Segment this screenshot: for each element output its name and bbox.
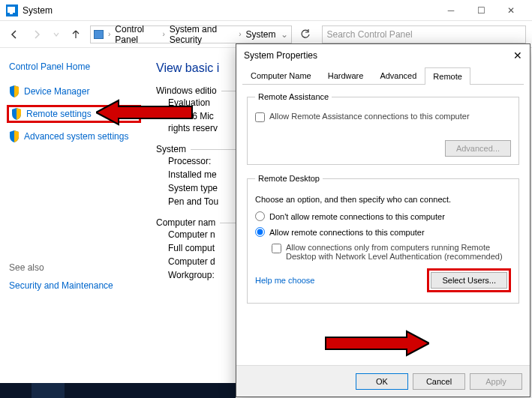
tab-hardware[interactable]: Hardware [320,67,372,84]
address-bar[interactable]: › Control Panel › System and Security › … [90,25,292,43]
apply-button[interactable]: Apply [470,373,522,390]
sidebar-item-label: Device Manager [24,86,89,97]
computer-icon [94,30,104,39]
svg-rect-0 [8,7,15,13]
disallow-remote-radio[interactable] [255,211,265,221]
remote-assistance-group: Remote Assistance Allow Remote Assistanc… [247,92,519,165]
taskbar-segment [32,383,65,398]
nla-checkbox[interactable] [272,244,281,253]
radio-label: Allow remote connections to this compute… [269,228,425,237]
refresh-button[interactable] [298,27,313,42]
see-also-header: See also [9,262,141,273]
checkbox-label: Allow Remote Assistance connections to t… [269,112,470,121]
address-dropdown[interactable]: ⌄ [281,29,288,40]
taskbar-strip [0,383,236,398]
breadcrumb-item[interactable]: System and Security [170,24,234,45]
help-me-choose-link[interactable]: Help me choose [255,276,315,285]
group-label: System [156,144,191,154]
shield-icon [9,130,20,142]
dialog-titlebar: System Properties ✕ [236,44,530,67]
radio-label: Don't allow remote connections to this c… [269,212,445,221]
control-panel-home-link[interactable]: Control Panel Home [9,61,141,72]
tab-computer-name[interactable]: Computer Name [242,67,320,84]
dialog-title: System Properties [244,50,317,61]
allow-remote-assistance-checkbox[interactable] [255,112,265,122]
shield-icon [11,108,22,120]
group-legend: Remote Assistance [255,92,332,101]
tab-advanced[interactable]: Advanced [371,67,425,84]
chevron-right-icon: › [239,30,241,38]
ok-button[interactable]: OK [356,373,408,390]
breadcrumb-item[interactable]: Control Panel [115,24,158,45]
maximize-button[interactable]: ☐ [466,1,496,19]
group-label: Computer nam [156,217,220,228]
dialog-tabs: Computer Name Hardware Advanced Remote [242,67,524,85]
annotation-arrow-left [96,99,194,126]
remote-desktop-group: Remote Desktop Choose an option, and the… [247,174,519,304]
svg-rect-1 [10,13,13,14]
sidebar-item-advanced-settings[interactable]: Advanced system settings [9,130,141,142]
dialog-close-button[interactable]: ✕ [513,49,522,61]
chevron-right-icon: › [108,30,110,38]
group-legend: Remote Desktop [255,174,323,183]
sidebar-item-device-manager[interactable]: Device Manager [9,85,141,97]
annotation-arrow-right [324,330,429,357]
minimize-button[interactable]: ─ [436,1,466,19]
select-users-button[interactable]: Select Users... [431,272,507,289]
sidebar-item-label: Remote settings [26,109,92,119]
window-title: System [23,5,53,16]
dialog-button-row: OK Cancel Apply [236,365,530,397]
back-button[interactable] [6,26,23,43]
up-button[interactable] [68,26,84,43]
close-window-button[interactable]: ✕ [496,1,526,19]
recent-dropdown[interactable] [51,26,62,43]
checkbox-label: Allow connections only from computers ru… [286,243,511,261]
window-titlebar: System ─ ☐ ✕ [0,0,532,21]
forward-button[interactable] [29,26,45,43]
search-input[interactable]: Search Control Panel [322,25,527,43]
svg-marker-2 [96,100,192,124]
shield-icon [9,85,20,97]
search-placeholder: Search Control Panel [327,29,413,40]
group-label: Windows editio [156,85,221,96]
tab-remote[interactable]: Remote [425,67,470,85]
advanced-button[interactable]: Advanced... [445,140,511,157]
prompt-text: Choose an option, and then specify who c… [255,195,511,204]
breadcrumb-item[interactable]: System [245,29,275,40]
sidebar-item-label: Advanced system settings [24,131,128,142]
cancel-button[interactable]: Cancel [413,373,465,390]
security-maintenance-link[interactable]: Security and Maintenance [9,280,141,291]
system-icon [6,4,18,16]
allow-remote-radio[interactable] [255,227,265,237]
chevron-right-icon: › [162,30,164,38]
svg-marker-3 [326,331,429,355]
